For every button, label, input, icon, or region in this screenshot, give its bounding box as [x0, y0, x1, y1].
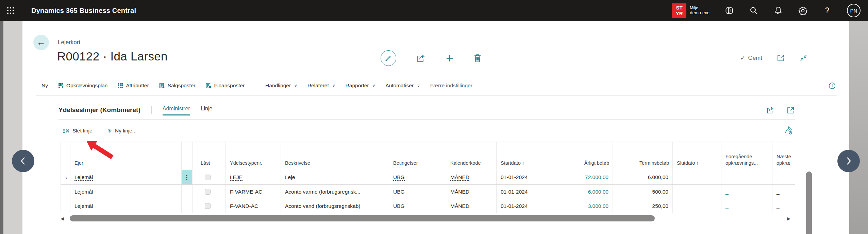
header-kalenderkode[interactable]: Kalenderkode	[446, 142, 497, 170]
collapse-button[interactable]	[799, 54, 808, 62]
menu-item-rapporter[interactable]: Rapporter ∨	[346, 83, 375, 89]
cell-laast[interactable]	[193, 170, 226, 185]
tab-administrer[interactable]: Administrer	[163, 106, 190, 115]
cell-kalenderkode[interactable]: MÅNED	[446, 170, 497, 185]
amount-link[interactable]: 6.000,00	[588, 189, 608, 195]
part-expand-button[interactable]	[786, 106, 795, 114]
notifications-bell-icon[interactable]	[773, 6, 783, 15]
cell-laast[interactable]	[193, 199, 226, 213]
environment-chip[interactable]: ST YR Miljø: demo-exe	[672, 3, 710, 18]
cell-ejer[interactable]: Lejemål	[70, 199, 182, 213]
unpin-button[interactable]	[784, 126, 793, 135]
cell-ejer[interactable]: Lejemål	[70, 185, 182, 199]
cell-foregaaende-opkraevning[interactable]: _	[721, 170, 772, 185]
cell-row-options[interactable]: ⋮	[182, 170, 193, 185]
new-line-button[interactable]: ✳ Ny linje...	[107, 128, 137, 134]
header-ejer[interactable]: Ejer	[70, 142, 182, 170]
locked-checkbox[interactable]	[205, 203, 211, 209]
cell-link[interactable]: _	[725, 189, 729, 195]
cell-aarligt-beloeb[interactable]: 6.000,00	[548, 185, 613, 199]
cell-ydelsestypenr[interactable]: LEJE	[226, 170, 281, 185]
cell-beskrivelse[interactable]: Leje	[281, 170, 389, 185]
cell-terminsbeloeb[interactable]: 6.000,00	[613, 170, 673, 185]
menu-item-faerre-indstillinger[interactable]: Færre indstillinger	[430, 83, 472, 89]
cell-kalenderkode[interactable]: MÅNED	[446, 185, 497, 199]
cell-aarligt-beloeb[interactable]: 72.000,00	[548, 170, 613, 185]
cell-laast[interactable]	[193, 185, 226, 199]
scroll-left-arrow[interactable]: ◀	[61, 216, 64, 221]
horizontal-scrollbar[interactable]: ◀ ▶	[61, 215, 792, 222]
app-launcher-waffle-icon[interactable]	[0, 0, 21, 21]
amount-link[interactable]: 3.000,00	[588, 203, 608, 209]
open-in-new-window-button[interactable]	[777, 54, 785, 62]
header-foregaaende-opkraevning[interactable]: Foregående opkrævnings...	[721, 142, 772, 170]
menu-item-attributter[interactable]: Attributter	[118, 83, 149, 89]
locked-checkbox[interactable]	[205, 175, 211, 180]
info-button[interactable]	[829, 82, 836, 89]
help-icon[interactable]: ?	[822, 6, 832, 15]
cell-kalenderkode[interactable]: MÅNED	[446, 199, 497, 213]
cell-naeste-opkraevning[interactable]: _	[772, 170, 795, 185]
search-icon[interactable]	[749, 6, 758, 15]
menu-item-relateret[interactable]: Relateret ∨	[307, 83, 335, 89]
row-options-ellipsis-icon[interactable]: ⋮	[182, 170, 192, 184]
cell-link[interactable]: _	[725, 174, 729, 180]
cell-slutdato[interactable]	[673, 170, 721, 185]
cell-ejer[interactable]: Lejemål	[70, 170, 182, 185]
header-startdato[interactable]: Startdato ↑	[497, 142, 548, 170]
menu-item-salgsposter[interactable]: Salgsposter	[159, 83, 196, 89]
menu-item-ny[interactable]: Ny	[41, 83, 48, 89]
cell-ydelsestypenr[interactable]: F-VAND-AC	[226, 199, 281, 213]
cell-betingelser[interactable]: UBG	[389, 170, 446, 185]
horizontal-scrollbar-thumb[interactable]	[70, 215, 655, 221]
new-record-button[interactable]: +	[446, 53, 453, 63]
cell-betingelser[interactable]: UBG	[389, 199, 446, 213]
cell-startdato[interactable]: 01-01-2024	[497, 185, 548, 199]
cell-row-options[interactable]	[182, 199, 193, 213]
settings-gear-icon[interactable]	[798, 6, 807, 15]
cell-startdato[interactable]: 01-01-2024	[497, 199, 548, 213]
cell-slutdato[interactable]	[673, 199, 721, 213]
header-naeste-opkraevning[interactable]: Næste opkræ	[772, 142, 795, 170]
cell-beskrivelse[interactable]: Aconto vand (forbrugsregnskab)	[281, 199, 389, 213]
copilot-icon[interactable]	[724, 6, 734, 15]
cell-row-options[interactable]	[182, 185, 193, 199]
cell-link[interactable]: _	[725, 203, 729, 209]
next-record-button[interactable]	[837, 150, 860, 172]
cell-aarligt-beloeb[interactable]: 3.000,00	[548, 199, 613, 213]
menu-item-finansposter[interactable]: Finansposter	[206, 83, 245, 89]
previous-record-button[interactable]	[12, 150, 34, 172]
share-button[interactable]	[416, 53, 426, 63]
header-terminsbeloeb[interactable]: Terminsbeløb	[613, 142, 673, 170]
cell-foregaaende-opkraevning[interactable]: _	[721, 185, 772, 199]
user-avatar[interactable]: PN	[847, 4, 861, 17]
header-laast[interactable]: Låst	[193, 142, 226, 170]
amount-link[interactable]: 72.000,00	[585, 174, 608, 180]
cell-startdato[interactable]: 01-01-2024	[497, 170, 548, 185]
menu-item-opkraevningsplan[interactable]: Opkrævningsplan	[58, 83, 107, 89]
cell-naeste-opkraevning[interactable]: _	[772, 199, 795, 213]
header-slutdato[interactable]: Slutdato ↑	[673, 142, 721, 170]
tab-linje[interactable]: Linje	[201, 106, 213, 114]
vertical-scrollbar-thumb[interactable]	[806, 172, 812, 234]
menu-item-automatiser[interactable]: Automatiser ∨	[385, 83, 420, 89]
cell-beskrivelse[interactable]: Aconto varme (forbrugsregnsk...	[281, 185, 389, 199]
header-betingelser[interactable]: Betingelser	[389, 142, 446, 170]
cell-naeste-opkraevning[interactable]: _	[772, 185, 795, 199]
header-aarligt-beloeb[interactable]: Årligt beløb	[548, 142, 613, 170]
edit-button[interactable]	[381, 50, 396, 66]
cell-slutdato[interactable]	[673, 185, 721, 199]
cell-ydelsestypenr[interactable]: F-VARME-AC	[226, 185, 281, 199]
delete-line-button[interactable]: Slet linje	[63, 128, 93, 134]
back-button[interactable]: ←	[33, 35, 49, 50]
locked-checkbox[interactable]	[205, 189, 211, 195]
cell-betingelser[interactable]: UBG	[389, 185, 446, 199]
header-beskrivelse[interactable]: Beskrivelse	[281, 142, 389, 170]
app-title[interactable]: Dynamics 365 Business Central	[31, 7, 136, 15]
cell-terminsbeloeb[interactable]: 500,00	[613, 185, 673, 199]
cell-foregaaende-opkraevning[interactable]: _	[721, 199, 772, 213]
cell-terminsbeloeb[interactable]: 250,00	[613, 199, 673, 213]
scroll-right-arrow[interactable]: ▶	[787, 216, 790, 221]
delete-button[interactable]	[473, 53, 482, 63]
part-share-button[interactable]	[766, 106, 775, 114]
